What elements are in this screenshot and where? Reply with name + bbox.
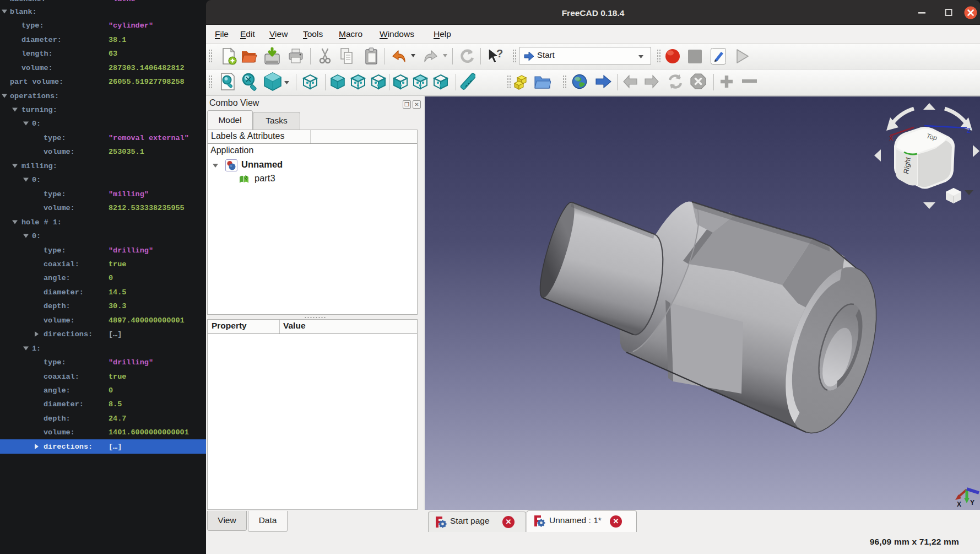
svg-text:?: ? — [496, 47, 503, 60]
svg-text:Y: Y — [970, 499, 974, 507]
svg-text:X: X — [889, 135, 894, 142]
svg-text:Z: Z — [967, 127, 971, 134]
svg-text:X: X — [957, 501, 961, 508]
